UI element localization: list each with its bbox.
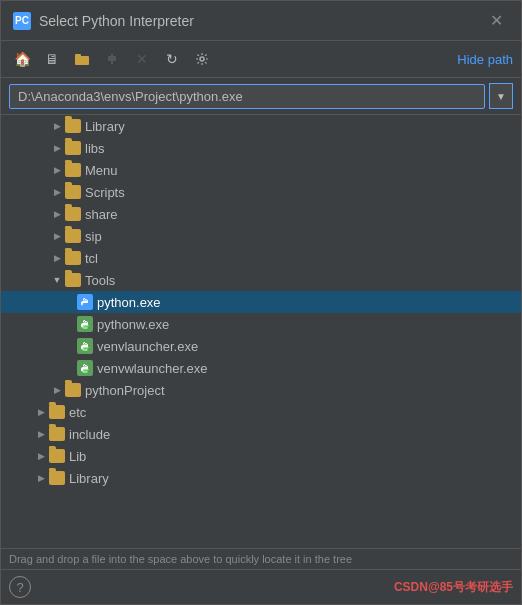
- tree-arrow-include: ▶: [33, 426, 49, 442]
- path-input[interactable]: [9, 84, 485, 109]
- folder-icon: [65, 207, 81, 221]
- python-exe-icon: [77, 294, 93, 310]
- tree-item-etc[interactable]: ▶ etc: [1, 401, 521, 423]
- tree-arrow-pythonproject: ▶: [49, 382, 65, 398]
- tree-label-etc: etc: [69, 405, 86, 420]
- svg-rect-1: [75, 54, 81, 57]
- help-label: ?: [16, 580, 23, 595]
- tree-arrow-scripts: ▶: [49, 184, 65, 200]
- svg-point-4: [200, 57, 204, 61]
- settings-button[interactable]: [189, 46, 215, 72]
- tree-label-tools: Tools: [85, 273, 115, 288]
- folder-open-button[interactable]: [69, 46, 95, 72]
- hide-path-button[interactable]: Hide path: [457, 52, 513, 67]
- folder-icon-lib: [49, 449, 65, 463]
- dialog-title: Select Python Interpreter: [39, 13, 194, 29]
- bottom-bar: ? CSDN@85号考研选手: [1, 569, 521, 604]
- title-bar-left: PC Select Python Interpreter: [13, 12, 194, 30]
- tree-item-venvlauncher-exe[interactable]: venvlauncher.exe: [1, 335, 521, 357]
- tree-arrow-library2: ▶: [33, 470, 49, 486]
- tree-item-tcl[interactable]: ▶ tcl: [1, 247, 521, 269]
- tree-item-include[interactable]: ▶ include: [1, 423, 521, 445]
- app-icon-label: PC: [15, 15, 29, 26]
- tree-arrow-library: ▶: [49, 118, 65, 134]
- tree-arrow-libs: ▶: [49, 140, 65, 156]
- folder-icon: [65, 119, 81, 133]
- tree-arrow-menu: ▶: [49, 162, 65, 178]
- tree-arrow-etc: ▶: [33, 404, 49, 420]
- tree-label-tcl: tcl: [85, 251, 98, 266]
- tree-label-menu: Menu: [85, 163, 118, 178]
- tree-arrow-lib: ▶: [33, 448, 49, 464]
- tree-label-venvwlauncher-exe: venvwlauncher.exe: [97, 361, 208, 376]
- folder-icon: [65, 163, 81, 177]
- watermark: CSDN@85号考研选手: [394, 579, 513, 596]
- home-button[interactable]: 🏠: [9, 46, 35, 72]
- tree-item-tools[interactable]: ▼ Tools: [1, 269, 521, 291]
- tree-arrow-tcl: ▶: [49, 250, 65, 266]
- status-bar: Drag and drop a file into the space abov…: [1, 548, 521, 569]
- tree-item-library2[interactable]: ▶ Library: [1, 467, 521, 489]
- svg-rect-0: [75, 56, 89, 65]
- tree-label-lib: Lib: [69, 449, 86, 464]
- toolbar: 🏠 🖥 ✕ ↻ Hide path: [1, 41, 521, 78]
- tree-item-libs[interactable]: ▶ libs: [1, 137, 521, 159]
- refresh-button[interactable]: ↻: [159, 46, 185, 72]
- venvwlauncher-exe-icon: [77, 360, 93, 376]
- tree-item-share[interactable]: ▶ share: [1, 203, 521, 225]
- folder-icon: [65, 251, 81, 265]
- tree-label-share: share: [85, 207, 118, 222]
- folder-icon: [65, 141, 81, 155]
- remove-button[interactable]: ✕: [129, 46, 155, 72]
- tree-item-lib[interactable]: ▶ Lib: [1, 445, 521, 467]
- venvlauncher-exe-icon: [77, 338, 93, 354]
- folder-icon-include: [49, 427, 65, 441]
- tree-item-library[interactable]: ▶ Library: [1, 115, 521, 137]
- tree-label-sip: sip: [85, 229, 102, 244]
- tree-arrow-tools: ▼: [49, 272, 65, 288]
- tree-label-venvlauncher-exe: venvlauncher.exe: [97, 339, 198, 354]
- folder-icon-library2: [49, 471, 65, 485]
- tree-item-scripts[interactable]: ▶ Scripts: [1, 181, 521, 203]
- status-text: Drag and drop a file into the space abov…: [9, 553, 352, 565]
- tree-label-scripts: Scripts: [85, 185, 125, 200]
- tree-label-libs: libs: [85, 141, 105, 156]
- folder-icon-tools: [65, 273, 81, 287]
- select-interpreter-dialog: PC Select Python Interpreter ✕ 🏠 🖥 ✕ ↻: [0, 0, 522, 605]
- app-icon: PC: [13, 12, 31, 30]
- svg-rect-3: [108, 56, 116, 61]
- pythonw-exe-icon: [77, 316, 93, 332]
- tree-item-venvwlauncher-exe[interactable]: venvwlauncher.exe: [1, 357, 521, 379]
- file-tree[interactable]: ▶ Library ▶ libs ▶ Menu ▶ Scripts: [1, 115, 521, 548]
- tree-item-pythonproject[interactable]: ▶ pythonProject: [1, 379, 521, 401]
- tree-label-library2: Library: [69, 471, 109, 486]
- tree-item-sip[interactable]: ▶ sip: [1, 225, 521, 247]
- path-bar: ▼: [1, 78, 521, 115]
- tree-item-python-exe[interactable]: python.exe: [1, 291, 521, 313]
- tree-item-menu[interactable]: ▶ Menu: [1, 159, 521, 181]
- folder-icon: [65, 229, 81, 243]
- tree-arrow-sip: ▶: [49, 228, 65, 244]
- tree-label-library: Library: [85, 119, 125, 134]
- path-dropdown-button[interactable]: ▼: [489, 83, 513, 109]
- pin-button[interactable]: [99, 46, 125, 72]
- tree-arrow-share: ▶: [49, 206, 65, 222]
- close-button[interactable]: ✕: [484, 9, 509, 32]
- title-bar: PC Select Python Interpreter ✕: [1, 1, 521, 41]
- folder-icon-etc: [49, 405, 65, 419]
- help-button[interactable]: ?: [9, 576, 31, 598]
- tree-label-python-exe: python.exe: [97, 295, 161, 310]
- folder-icon: [65, 185, 81, 199]
- tree-item-pythonw-exe[interactable]: pythonw.exe: [1, 313, 521, 335]
- folder-icon-pythonproject: [65, 383, 81, 397]
- tree-label-include: include: [69, 427, 110, 442]
- tree-label-pythonproject: pythonProject: [85, 383, 165, 398]
- computer-button[interactable]: 🖥: [39, 46, 65, 72]
- tree-label-pythonw-exe: pythonw.exe: [97, 317, 169, 332]
